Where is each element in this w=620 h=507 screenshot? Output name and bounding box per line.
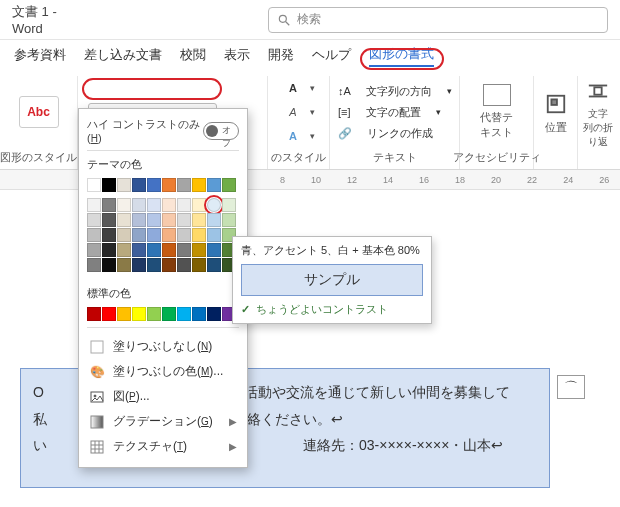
shape-style-gallery[interactable]: Abc [19, 96, 59, 128]
color-swatch[interactable] [87, 243, 101, 257]
tab-mailings[interactable]: 差し込み文書 [84, 44, 162, 66]
color-swatch[interactable] [207, 307, 221, 321]
color-swatch[interactable] [102, 178, 116, 192]
color-swatch[interactable] [177, 243, 191, 257]
text-outline-icon[interactable]: A [282, 102, 304, 122]
color-swatch[interactable] [147, 307, 161, 321]
color-swatch[interactable] [117, 307, 131, 321]
color-swatch[interactable] [132, 178, 146, 192]
color-swatch[interactable] [117, 213, 131, 227]
color-swatch[interactable] [192, 213, 206, 227]
color-swatch[interactable] [117, 198, 131, 212]
color-swatch[interactable] [192, 228, 206, 242]
color-swatch[interactable] [102, 198, 116, 212]
color-swatch[interactable] [162, 178, 176, 192]
submenu-arrow-icon: ▶ [229, 441, 237, 452]
color-swatch[interactable] [192, 258, 206, 272]
color-swatch[interactable] [177, 198, 191, 212]
color-swatch[interactable] [117, 243, 131, 257]
color-swatch[interactable] [177, 258, 191, 272]
group-shape-styles: Abc 図形のスタイル [0, 76, 78, 169]
tab-references[interactable]: 参考資料 [14, 44, 66, 66]
color-swatch[interactable] [87, 198, 101, 212]
group-wrap-text: 文字 列の折 り返 [578, 76, 618, 169]
menu-gradient[interactable]: グラデーション(G) ▶ [87, 409, 239, 434]
group-label-accessibility: アクセシビリティ [453, 150, 541, 165]
color-swatch[interactable] [192, 243, 206, 257]
wrap-text-icon[interactable] [586, 79, 610, 103]
color-swatch[interactable] [117, 258, 131, 272]
color-swatch[interactable] [102, 307, 116, 321]
position-icon[interactable] [544, 92, 568, 116]
color-swatch[interactable] [87, 178, 101, 192]
color-swatch[interactable] [162, 213, 176, 227]
color-swatch[interactable] [147, 198, 161, 212]
color-swatch[interactable] [132, 228, 146, 242]
color-swatch[interactable] [132, 198, 146, 212]
color-swatch[interactable] [87, 258, 101, 272]
color-swatch[interactable] [177, 228, 191, 242]
color-swatch[interactable] [207, 228, 221, 242]
align-text-button[interactable]: [≡] 文字の配置 ▾ [338, 105, 441, 120]
alt-text-icon[interactable] [483, 84, 511, 106]
color-swatch[interactable] [147, 243, 161, 257]
svg-line-1 [286, 21, 290, 25]
tab-review[interactable]: 校閲 [180, 44, 206, 66]
color-swatch[interactable] [147, 228, 161, 242]
text-effects-icon[interactable]: A [282, 126, 304, 146]
menu-texture[interactable]: テクスチャ(T) ▶ [87, 434, 239, 459]
color-swatch[interactable] [207, 258, 221, 272]
color-swatch[interactable] [177, 178, 191, 192]
tab-shape-format[interactable]: 図形の書式 [369, 43, 434, 67]
color-swatch[interactable] [102, 258, 116, 272]
color-swatch[interactable] [177, 307, 191, 321]
tab-help[interactable]: ヘルプ [312, 44, 351, 66]
layout-options-widget[interactable]: ⌒ [557, 375, 585, 399]
color-swatch[interactable] [162, 198, 176, 212]
color-swatch[interactable] [102, 243, 116, 257]
menu-more-colors[interactable]: 🎨 塗りつぶしの色(M)... [87, 359, 239, 384]
color-swatch[interactable] [132, 307, 146, 321]
create-link-button[interactable]: 🔗 リンクの作成 [338, 126, 433, 141]
color-swatch[interactable] [162, 228, 176, 242]
color-swatch[interactable] [192, 178, 206, 192]
color-swatch[interactable] [177, 213, 191, 227]
text-direction-button[interactable]: ↕A 文字列の方向 ▾ [338, 84, 452, 99]
color-swatch[interactable] [222, 213, 236, 227]
color-swatch[interactable] [147, 178, 161, 192]
color-swatch[interactable] [222, 178, 236, 192]
color-swatch[interactable] [87, 213, 101, 227]
color-swatch[interactable] [132, 258, 146, 272]
color-swatch[interactable] [207, 213, 221, 227]
color-swatch[interactable] [162, 243, 176, 257]
color-swatch[interactable] [87, 228, 101, 242]
color-swatch[interactable] [162, 258, 176, 272]
search-box[interactable]: 検索 [268, 7, 608, 33]
group-wordart-styles: A▾ A▾ A▾ のスタイル [268, 76, 330, 169]
color-swatch[interactable] [207, 198, 221, 212]
color-swatch[interactable] [87, 307, 101, 321]
color-swatch[interactable] [207, 178, 221, 192]
color-swatch[interactable] [117, 228, 131, 242]
tab-developer[interactable]: 開発 [268, 44, 294, 66]
tab-view[interactable]: 表示 [224, 44, 250, 66]
color-swatch[interactable] [102, 213, 116, 227]
color-swatch[interactable] [192, 198, 206, 212]
menu-picture[interactable]: 図(P)... [87, 384, 239, 409]
high-contrast-toggle[interactable]: オフ [203, 122, 239, 140]
color-swatch[interactable] [192, 307, 206, 321]
color-swatch[interactable] [132, 213, 146, 227]
text-fill-icon[interactable]: A [282, 78, 304, 98]
color-swatch[interactable] [102, 228, 116, 242]
palette-icon: 🎨 [89, 364, 105, 380]
ribbon-tabs: 参考資料 差し込み文書 校閲 表示 開発 ヘルプ 図形の書式 [0, 40, 620, 70]
menu-no-fill[interactable]: 塗りつぶしなし(N) [87, 334, 239, 359]
color-swatch[interactable] [132, 243, 146, 257]
color-swatch[interactable] [207, 243, 221, 257]
color-swatch[interactable] [147, 258, 161, 272]
color-swatch[interactable] [222, 198, 236, 212]
color-swatch[interactable] [162, 307, 176, 321]
alt-text-label: 代替テ キスト [480, 110, 513, 140]
color-swatch[interactable] [147, 213, 161, 227]
color-swatch[interactable] [117, 178, 131, 192]
